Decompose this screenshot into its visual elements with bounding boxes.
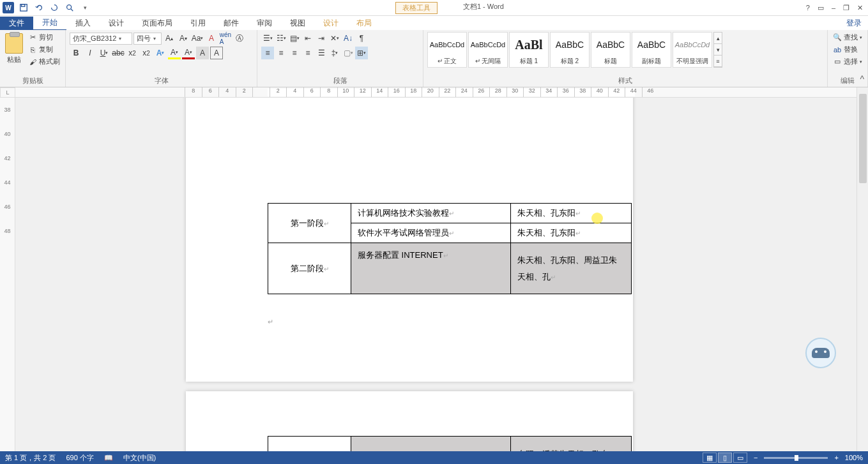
read-mode-button[interactable]: ▦: [703, 453, 717, 463]
bullets-button[interactable]: ☰▾: [261, 32, 274, 45]
cell[interactable]: 第一阶段↵: [268, 204, 351, 243]
format-painter-button[interactable]: 🖌格式刷: [27, 56, 61, 67]
preview-button[interactable]: [64, 2, 75, 13]
spellcheck-icon[interactable]: 📖: [104, 454, 113, 462]
pinyin-button[interactable]: wénA: [219, 32, 232, 45]
styles-up-icon[interactable]: ▴: [714, 33, 722, 44]
undo-button[interactable]: [33, 2, 45, 13]
tab-mailings[interactable]: 邮件: [215, 17, 248, 30]
save-button[interactable]: [18, 2, 29, 13]
decrease-indent-button[interactable]: ⇤: [301, 32, 314, 45]
italic-button[interactable]: I: [84, 47, 96, 59]
web-layout-button[interactable]: ▭: [733, 453, 747, 463]
zoom-in-button[interactable]: +: [834, 454, 838, 461]
cell[interactable]: 朱天相、孔东阳↵: [511, 223, 632, 243]
cell[interactable]: 朱天相、孔东阳、周益卫朱天相、孔↵: [511, 243, 632, 294]
tab-review[interactable]: 审阅: [248, 17, 281, 30]
tab-file[interactable]: 文件: [0, 17, 33, 30]
bold-button[interactable]: B: [70, 47, 82, 59]
style-no-spacing[interactable]: AaBbCcDd↵ 无间隔: [468, 32, 508, 68]
style-title[interactable]: AaBbC标题: [591, 32, 630, 68]
font-color-button[interactable]: A▾: [182, 47, 195, 59]
scroll-thumb[interactable]: [859, 94, 867, 183]
tab-page-layout[interactable]: 页面布局: [133, 17, 181, 30]
font-name-combo[interactable]: 仿宋_GB2312▾: [70, 33, 132, 45]
style-subtitle[interactable]: AaBbC副标题: [632, 32, 671, 68]
distributed-button[interactable]: ☰: [315, 47, 328, 59]
restore-button[interactable]: ❐: [843, 4, 849, 12]
table-row[interactable]: ↵ 东阳、潘菲朱天相、孔东阳、潘菲↵: [268, 437, 632, 452]
align-left-button[interactable]: ≡: [261, 47, 274, 59]
help-button[interactable]: ?: [806, 4, 810, 12]
cell[interactable]: 计算机网络技术实验教程↵: [351, 204, 511, 223]
enclose-characters-button[interactable]: Ⓐ: [233, 32, 246, 45]
tab-home[interactable]: 开始: [33, 16, 66, 31]
table-row[interactable]: 第二阶段↵ 服务器配置 INTERNET↵ 朱天相、孔东阳、周益卫朱天相、孔↵: [268, 243, 632, 294]
replace-button[interactable]: ab替换: [832, 44, 864, 55]
styles-gallery[interactable]: AaBbCcDd↵ 正文 AaBbCcDd↵ 无间隔 AaBl标题 1 AaBb…: [427, 32, 722, 68]
style-subtle-emphasis[interactable]: AaBbCcDd不明显强调: [673, 32, 712, 68]
paste-button[interactable]: 粘贴: [4, 32, 24, 66]
cell[interactable]: 服务器配置 INTERNET↵: [351, 243, 511, 294]
tab-table-design[interactable]: 设计: [314, 17, 347, 30]
copy-button[interactable]: ⎘复制: [27, 44, 61, 55]
sort-button[interactable]: A↓: [342, 32, 354, 45]
word-count[interactable]: 690 个字: [66, 453, 93, 463]
assistant-icon[interactable]: [805, 338, 836, 368]
grow-font-button[interactable]: A▴: [163, 32, 176, 45]
ribbon-display-options[interactable]: ▭: [818, 4, 824, 12]
char-border-button[interactable]: A: [210, 47, 223, 59]
page-indicator[interactable]: 第 1 页，共 2 页: [5, 453, 56, 463]
highlight-color-button[interactable]: A▾: [168, 47, 181, 59]
redo-button[interactable]: [49, 2, 60, 13]
language-indicator[interactable]: 中文(中国): [123, 453, 156, 463]
show-marks-button[interactable]: ¶: [355, 32, 368, 45]
cell[interactable]: 软件水平考试网络管理员↵: [351, 223, 511, 243]
align-center-button[interactable]: ≡: [275, 47, 287, 59]
cell[interactable]: 朱天相、孔东阳↵: [511, 204, 632, 223]
table-page1[interactable]: 第一阶段↵ 计算机网络技术实验教程↵ 朱天相、孔东阳↵ 软件水平考试网络管理员↵…: [268, 203, 632, 294]
cell[interactable]: 第二阶段↵: [268, 243, 351, 294]
tab-view[interactable]: 视图: [281, 17, 314, 30]
tab-references[interactable]: 引用: [181, 17, 215, 30]
styles-scroll[interactable]: ▴▾≡: [713, 32, 722, 68]
vertical-ruler[interactable]: 384042444648: [0, 98, 15, 451]
multilevel-list-button[interactable]: ▤▾: [288, 32, 301, 45]
subscript-button[interactable]: x2: [126, 47, 139, 59]
cut-button[interactable]: ✂剪切: [27, 32, 61, 43]
close-button[interactable]: ✕: [857, 4, 863, 12]
shading-button[interactable]: ▢▾: [342, 47, 354, 59]
line-spacing-button[interactable]: ‡▾: [328, 47, 341, 59]
asian-layout-button[interactable]: ✕▾: [328, 32, 341, 45]
underline-button[interactable]: U▾: [98, 47, 110, 59]
tab-insert[interactable]: 插入: [66, 17, 100, 30]
char-shading-button[interactable]: A: [196, 47, 209, 59]
superscript-button[interactable]: x2: [140, 47, 153, 59]
shrink-font-button[interactable]: A▾: [177, 32, 190, 45]
minimize-button[interactable]: –: [832, 4, 835, 12]
style-heading1[interactable]: AaBl标题 1: [509, 32, 549, 68]
horizontal-ruler[interactable]: 8642246810121416182022242628303234363840…: [15, 87, 857, 98]
styles-down-icon[interactable]: ▾: [714, 44, 722, 56]
styles-more-icon[interactable]: ≡: [714, 56, 722, 67]
sign-in-link[interactable]: 登录: [846, 18, 868, 29]
font-size-combo[interactable]: 四号▾: [133, 33, 162, 45]
tab-design[interactable]: 设计: [100, 17, 133, 30]
select-button[interactable]: ▭选择▾: [832, 56, 864, 67]
change-case-button[interactable]: Aa▾: [191, 32, 204, 45]
numbering-button[interactable]: ☷▾: [275, 32, 287, 45]
tab-table-layout[interactable]: 布局: [347, 17, 381, 30]
zoom-level[interactable]: 100%: [845, 454, 863, 461]
cell[interactable]: [268, 437, 351, 452]
borders-button[interactable]: ⊞▾: [355, 47, 368, 59]
cell[interactable]: ↵: [351, 437, 511, 452]
vertical-scrollbar[interactable]: [857, 87, 868, 451]
style-normal[interactable]: AaBbCcDd↵ 正文: [427, 32, 467, 68]
style-heading2[interactable]: AaBbC标题 2: [550, 32, 590, 68]
print-layout-button[interactable]: ▯: [718, 453, 732, 463]
cell[interactable]: 东阳、潘菲朱天相、孔东阳、潘菲↵: [511, 437, 632, 452]
find-button[interactable]: 🔍查找▾: [832, 32, 864, 43]
zoom-slider[interactable]: [764, 457, 828, 459]
qat-customize[interactable]: ▾: [79, 2, 91, 13]
increase-indent-button[interactable]: ⇥: [315, 32, 328, 45]
